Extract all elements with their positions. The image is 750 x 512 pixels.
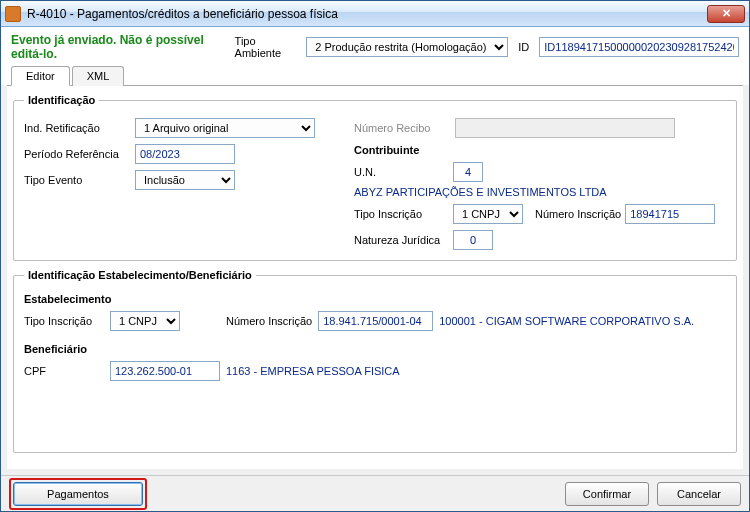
- tipo-inscricao-label: Tipo Inscrição: [354, 208, 449, 220]
- numero-recibo-field: [455, 118, 675, 138]
- tab-xml[interactable]: XML: [72, 66, 125, 86]
- close-button[interactable]: ✕: [707, 5, 745, 23]
- footer-bar: Pagamentos Confirmar Cancelar: [1, 475, 749, 511]
- editor-panel: Identificação Ind. Retificação 1 Arquivo…: [7, 85, 743, 469]
- tabs: Editor XML: [11, 66, 739, 86]
- natureza-juridica-label: Natureza Jurídica: [354, 234, 449, 246]
- pagamentos-button[interactable]: Pagamentos: [13, 482, 143, 506]
- ind-retificacao-select[interactable]: 1 Arquivo original: [135, 118, 315, 138]
- confirmar-button[interactable]: Confirmar: [565, 482, 649, 506]
- legend-estab-benef: Identificação Estabelecimento/Beneficiár…: [24, 269, 256, 281]
- app-icon: [5, 6, 21, 22]
- tipo-ambiente-label: Tipo Ambiente: [235, 35, 297, 59]
- tipo-ambiente-select[interactable]: 2 Produção restrita (Homologação): [306, 37, 508, 57]
- estabelecimento-header: Estabelecimento: [24, 293, 726, 305]
- cancelar-button[interactable]: Cancelar: [657, 482, 741, 506]
- cpf-field[interactable]: [110, 361, 220, 381]
- window-frame: R-4010 - Pagamentos/créditos a beneficiá…: [0, 0, 750, 512]
- tab-editor[interactable]: Editor: [11, 66, 70, 86]
- estab-tipo-inscricao-label: Tipo Inscrição: [24, 315, 104, 327]
- cpf-label: CPF: [24, 365, 104, 377]
- estab-numero-inscricao-field[interactable]: [318, 311, 433, 331]
- estab-numero-inscricao-desc: 100001 - CIGAM SOFTWARE CORPORATIVO S.A.: [439, 315, 694, 327]
- un-label: U.N.: [354, 166, 449, 178]
- window-title: R-4010 - Pagamentos/créditos a beneficiá…: [27, 7, 707, 21]
- titlebar: R-4010 - Pagamentos/créditos a beneficiá…: [1, 1, 749, 27]
- beneficiario-header: Beneficiário: [24, 343, 726, 355]
- un-field[interactable]: [453, 162, 483, 182]
- cpf-desc: 1163 - EMPRESA PESSOA FISICA: [226, 365, 400, 377]
- periodo-referencia-label: Período Referência: [24, 148, 129, 160]
- pagamentos-highlight: Pagamentos: [9, 478, 147, 510]
- un-desc: ABYZ PARTICIPAÇÕES E INVESTIMENTOS LTDA: [354, 186, 607, 198]
- tipo-evento-label: Tipo Evento: [24, 174, 129, 186]
- numero-inscricao-field[interactable]: [625, 204, 715, 224]
- close-icon: ✕: [722, 7, 731, 19]
- status-message: Evento já enviado. Não é possível editá-…: [11, 33, 225, 61]
- contribuinte-header: Contribuinte: [354, 144, 726, 156]
- top-strip: Evento já enviado. Não é possível editá-…: [1, 27, 749, 85]
- estab-tipo-inscricao-select[interactable]: 1 CNPJ: [110, 311, 180, 331]
- fieldset-estab-benef: Identificação Estabelecimento/Beneficiár…: [13, 269, 737, 453]
- ind-retificacao-label: Ind. Retificação: [24, 122, 129, 134]
- fieldset-identificacao: Identificação Ind. Retificação 1 Arquivo…: [13, 94, 737, 261]
- legend-identificacao: Identificação: [24, 94, 99, 106]
- numero-recibo-label: Número Recibo: [354, 122, 449, 134]
- natureza-juridica-field[interactable]: [453, 230, 493, 250]
- numero-inscricao-label: Número Inscrição: [535, 208, 621, 220]
- tipo-inscricao-select[interactable]: 1 CNPJ: [453, 204, 523, 224]
- tipo-evento-select[interactable]: Inclusão: [135, 170, 235, 190]
- estab-numero-inscricao-label: Número Inscrição: [226, 315, 312, 327]
- periodo-referencia-field[interactable]: [135, 144, 235, 164]
- id-label: ID: [518, 41, 529, 53]
- id-field[interactable]: [539, 37, 739, 57]
